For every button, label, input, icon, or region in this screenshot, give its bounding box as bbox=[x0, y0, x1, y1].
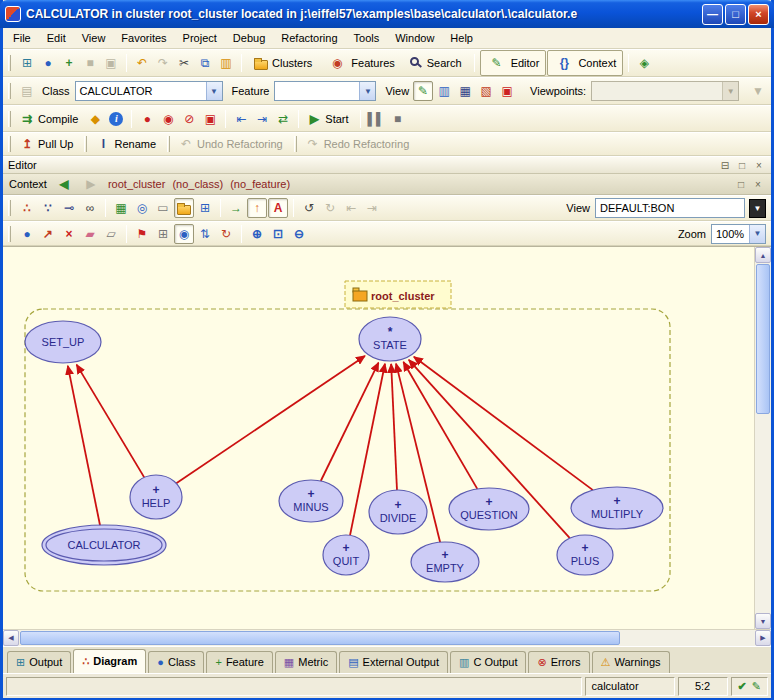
toolbar-grip[interactable] bbox=[8, 200, 11, 216]
menu-edit[interactable]: Edit bbox=[39, 30, 74, 46]
diagram-node-help[interactable]: +HELP bbox=[130, 475, 182, 519]
menu-file[interactable]: File bbox=[5, 30, 39, 46]
minimize-button[interactable]: — bbox=[702, 4, 723, 25]
zoom-value[interactable]: 100% bbox=[712, 228, 749, 240]
scroll-right-icon[interactable]: ▶ bbox=[755, 630, 771, 646]
copy-icon[interactable]: ⧉ bbox=[195, 53, 215, 73]
new-dev-window-icon[interactable]: ⊞ bbox=[195, 198, 215, 218]
menu-window[interactable]: Window bbox=[387, 30, 442, 46]
menu-help[interactable]: Help bbox=[442, 30, 481, 46]
toolbar-overflow-icon[interactable]: ▼ bbox=[748, 81, 768, 101]
menu-project[interactable]: Project bbox=[175, 30, 225, 46]
clusters-button[interactable]: Clusters bbox=[247, 54, 319, 73]
scroll-left-icon[interactable]: ◀ bbox=[3, 630, 19, 646]
diagram-node-plus[interactable]: +PLUS bbox=[557, 535, 613, 575]
undock-icon[interactable]: ⊟ bbox=[718, 158, 732, 172]
zoom-in-icon[interactable]: ⊕ bbox=[247, 224, 267, 244]
diagram-node-set_up[interactable]: SET_UP bbox=[25, 321, 101, 363]
toolbar-grip[interactable] bbox=[167, 136, 170, 152]
interface-view-icon[interactable]: ▣ bbox=[497, 81, 517, 101]
diagram-node-divide[interactable]: +DIVIDE bbox=[369, 490, 427, 534]
diagram-undo-icon[interactable]: ↺ bbox=[299, 198, 319, 218]
diagram-node-question[interactable]: +QUESTION bbox=[449, 488, 529, 530]
client-links-icon[interactable]: ∞ bbox=[80, 198, 100, 218]
class-relations-icon[interactable]: ∴ bbox=[17, 198, 37, 218]
quality-icon[interactable]: ↑ bbox=[247, 198, 267, 218]
basic-text-view-icon[interactable]: ✎ bbox=[413, 81, 433, 101]
tab-errors[interactable]: ⊗Errors bbox=[528, 651, 589, 673]
diagram-node-calculator[interactable]: CALCULATOR bbox=[42, 525, 166, 565]
maximize-pane-icon[interactable]: □ bbox=[735, 158, 749, 172]
class-combobox-value[interactable]: CALCULATOR bbox=[76, 85, 206, 97]
vertical-scroll-thumb[interactable] bbox=[756, 264, 770, 414]
pause-icon[interactable]: ▌▌ bbox=[366, 109, 387, 129]
zoom-fit-icon[interactable]: ⊡ bbox=[268, 224, 288, 244]
step-into-icon[interactable]: ⇤ bbox=[231, 109, 251, 129]
print-icon[interactable]: ▭ bbox=[153, 198, 173, 218]
menu-refactoring[interactable]: Refactoring bbox=[273, 30, 345, 46]
maximize-pane-icon[interactable]: □ bbox=[734, 177, 748, 191]
close-button[interactable]: × bbox=[748, 4, 769, 25]
zoom-out-icon[interactable]: ⊖ bbox=[289, 224, 309, 244]
context-button[interactable]: {} Context bbox=[547, 50, 623, 76]
history-back-icon[interactable]: ◀ bbox=[54, 174, 74, 194]
open-file-icon[interactable]: ● bbox=[38, 53, 58, 73]
toolbar-grip[interactable] bbox=[8, 136, 11, 152]
search-button[interactable]: Search bbox=[403, 54, 469, 72]
tab-output[interactable]: ⊞Output bbox=[7, 651, 71, 673]
go-to-icon[interactable]: → bbox=[226, 198, 246, 218]
features-button[interactable]: ◉ Features bbox=[320, 50, 401, 76]
remove-breakpoints-icon[interactable]: ⊘ bbox=[179, 109, 199, 129]
diagram-node-minus[interactable]: +MINUS bbox=[279, 480, 343, 522]
feature-combobox[interactable]: ▼ bbox=[274, 81, 376, 101]
horizontal-scrollbar[interactable]: ◀ ▶ bbox=[3, 629, 771, 646]
disable-breakpoints-icon[interactable]: ◉ bbox=[158, 109, 178, 129]
scroll-down-icon[interactable]: ▼ bbox=[755, 613, 771, 629]
delete-icon[interactable]: × bbox=[59, 224, 79, 244]
contract-view-icon[interactable]: ▧ bbox=[476, 81, 496, 101]
supplier-links-icon[interactable]: ⊸ bbox=[59, 198, 79, 218]
diagram-canvas[interactable]: root_clusterSET_UP*STATE+HELPCALCULATOR+… bbox=[3, 247, 754, 629]
bon-diagram[interactable]: root_clusterSET_UP*STATE+HELPCALCULATOR+… bbox=[3, 247, 754, 629]
flat-view-icon[interactable]: ▦ bbox=[455, 81, 475, 101]
create-class-icon[interactable]: ● bbox=[17, 224, 37, 244]
export-image-icon[interactable]: ▦ bbox=[111, 198, 131, 218]
menu-debug[interactable]: Debug bbox=[225, 30, 273, 46]
freeze-icon[interactable]: ◆ bbox=[85, 109, 105, 129]
vertical-scrollbar[interactable]: ▲ ▼ bbox=[754, 247, 771, 629]
editor-button[interactable]: ✎ Editor bbox=[480, 50, 547, 76]
run-to-cursor-icon[interactable]: ⇄ bbox=[273, 109, 293, 129]
create-link-icon[interactable]: ↗ bbox=[38, 224, 58, 244]
eraser-icon[interactable]: ▰ bbox=[80, 224, 100, 244]
diagram-node-multiply[interactable]: +MULTIPLY bbox=[571, 487, 663, 529]
paste-icon[interactable]: ▥ bbox=[216, 53, 236, 73]
diagram-view-dropdown-icon[interactable]: ▼ bbox=[749, 199, 766, 218]
grid-layout-icon[interactable]: ⊞ bbox=[153, 224, 173, 244]
tab-class[interactable]: ●Class bbox=[148, 651, 204, 673]
relayout-icon[interactable]: ↻ bbox=[216, 224, 236, 244]
circle-layout-icon[interactable]: ◉ bbox=[174, 224, 194, 244]
diagram-view-value[interactable]: DEFAULT:BON bbox=[596, 202, 744, 214]
toolbar-grip[interactable] bbox=[8, 55, 11, 71]
class-combobox[interactable]: CALCULATOR ▼ bbox=[75, 81, 223, 101]
zoom-combobox[interactable]: 100% ▼ bbox=[711, 224, 766, 244]
tab-metric[interactable]: ▦Metric bbox=[275, 651, 337, 673]
diagram-tool-icon[interactable]: ◈ bbox=[634, 53, 654, 73]
toolbar-grip[interactable] bbox=[8, 111, 11, 127]
info-icon[interactable]: i bbox=[106, 109, 126, 129]
chevron-down-icon[interactable]: ▼ bbox=[206, 82, 222, 100]
menu-tools[interactable]: Tools bbox=[346, 30, 388, 46]
web-output-icon[interactable]: ◎ bbox=[132, 198, 152, 218]
chevron-down-icon[interactable]: ▼ bbox=[359, 82, 375, 100]
flag-icon[interactable]: ⚑ bbox=[132, 224, 152, 244]
toolbar-grip[interactable] bbox=[84, 136, 87, 152]
menu-favorites[interactable]: Favorites bbox=[113, 30, 174, 46]
sort-icon[interactable]: ⇅ bbox=[195, 224, 215, 244]
tab-warnings[interactable]: ⚠Warnings bbox=[592, 651, 670, 673]
rename-icon[interactable]: I bbox=[93, 134, 113, 154]
diagram-node-quit[interactable]: +QUIT bbox=[323, 535, 369, 575]
show-labels-icon[interactable]: A bbox=[268, 198, 288, 218]
breakpoints-window-icon[interactable]: ▣ bbox=[200, 109, 220, 129]
context-cluster[interactable]: root_cluster bbox=[108, 178, 165, 190]
tab-external-output[interactable]: ▤External Output bbox=[339, 651, 448, 673]
